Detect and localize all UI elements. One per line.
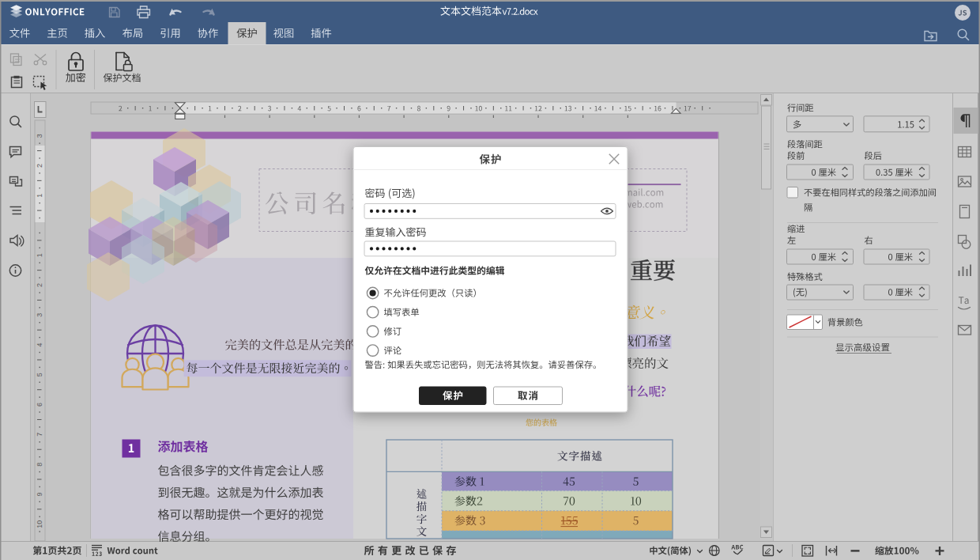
svg-text:2: 2 [36,164,43,168]
svg-text:4: 4 [36,343,43,347]
svg-text:6: 6 [36,403,43,407]
svg-text:9: 9 [36,492,43,496]
svg-text:5: 5 [36,373,43,376]
svg-text:1: 1 [36,253,43,257]
svg-text:10: 10 [36,520,43,528]
svg-text:2: 2 [36,283,43,287]
svg-text:7: 7 [36,433,43,437]
svg-text:3: 3 [36,313,43,317]
svg-text:3: 3 [36,134,43,138]
svg-text:1: 1 [36,194,43,198]
svg-text:8: 8 [36,463,43,467]
